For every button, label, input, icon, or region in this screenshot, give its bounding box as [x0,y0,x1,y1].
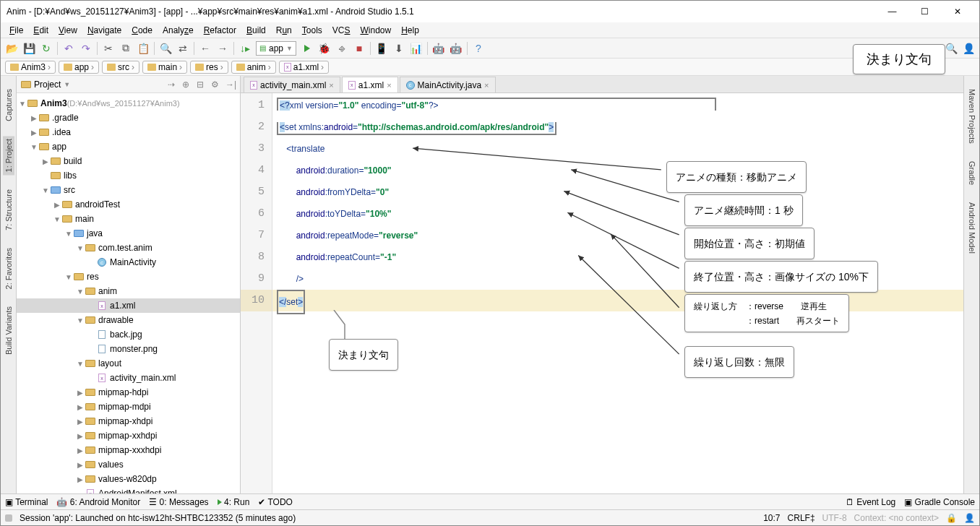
run-icon[interactable] [301,42,314,55]
tree-node[interactable]: ▶.gradle [17,111,240,125]
encoding[interactable]: UTF-8 [822,513,847,523]
tree-node[interactable]: ▼res [17,270,240,284]
line-sep[interactable]: CRLF‡ [788,513,815,523]
lock-icon[interactable]: 🔒 [946,513,957,523]
close-icon[interactable]: × [484,81,489,90]
menu-file[interactable]: File [5,24,27,37]
breadcrumb[interactable]: src› [102,61,139,74]
tree-node[interactable]: cMainActivity [17,255,240,270]
tree-node[interactable]: ▶mipmap-hdpi [17,385,240,400]
project-tree[interactable]: ▼Anim3 (D:¥And¥ws_20151127¥Anim3) ▶.grad… [17,93,240,493]
cut-icon[interactable]: ✂ [102,42,115,55]
menu-edit[interactable]: Edit [29,24,53,37]
tree-node[interactable]: ▶mipmap-xxhdpi [17,428,240,443]
gear-icon[interactable]: ⚙ [211,79,221,90]
cursor-pos[interactable]: 10:7 [763,513,780,523]
tree-node[interactable]: ▶values [17,457,240,472]
tab-gradle[interactable]: Gradle [966,158,978,188]
tree-node-selected[interactable]: xa1.xml [17,298,240,313]
close-icon[interactable]: × [387,81,391,90]
menu-build[interactable]: Build [242,24,270,37]
copy-icon[interactable]: ⧉ [119,42,132,55]
save-icon[interactable]: 💾 [22,42,35,55]
tree-node[interactable]: ▶values-w820dp [17,472,240,486]
collapse-icon[interactable]: ⊟ [197,79,207,90]
android-icon[interactable]: 🤖 [432,42,445,55]
tree-node[interactable]: ▼java [17,226,240,241]
menu-view[interactable]: View [54,24,82,37]
code-editor[interactable]: 12345 678910 <?xml version="1.0" encodin… [241,93,963,493]
android2-icon[interactable]: 🤖 [450,42,463,55]
replace-icon[interactable]: ⇄ [176,42,189,55]
tab-gradle-console[interactable]: ▣ Gradle Console [904,497,975,507]
menu-analyze[interactable]: Analyze [158,24,198,37]
menu-help[interactable]: Help [397,24,424,37]
tree-node[interactable]: ▼Anim3 (D:¥And¥ws_20151127¥Anim3) [17,96,240,111]
sync-icon[interactable]: ↻ [40,42,53,55]
search-everywhere-icon[interactable]: 🔍 [945,42,958,55]
editor-tab[interactable]: xactivity_main.xml× [244,77,340,92]
scroll-from-icon[interactable]: ⇢ [168,79,178,90]
user-icon[interactable]: 👤 [962,42,975,55]
attach-icon[interactable]: ⎆ [335,42,348,55]
tab-structure[interactable]: 7: Structure [3,186,14,233]
run-config-select[interactable]: ▤ app ▼ [256,41,296,56]
editor-tab-active[interactable]: xa1.xml× [342,77,398,92]
redo-icon[interactable]: ↷ [79,42,93,55]
hide-icon[interactable]: →| [225,79,236,90]
breadcrumb[interactable]: main› [142,61,187,74]
tree-node[interactable]: ▼com.test.anim [17,241,240,255]
tree-node[interactable]: xAndroidManifest.xml [17,486,240,493]
back-icon[interactable]: ← [199,42,212,55]
tree-node[interactable]: ▶mipmap-mdpi [17,400,240,414]
menu-run[interactable]: Run [272,24,296,37]
tree-node[interactable]: ▼anim [17,284,240,298]
stop-icon[interactable]: ■ [353,42,366,55]
open-icon[interactable]: 📂 [5,42,18,55]
menu-window[interactable]: Window [356,24,395,37]
tree-node[interactable]: back.jpg [17,327,240,342]
find-icon[interactable]: 🔍 [159,42,172,55]
minimize-button[interactable]: — [876,1,908,22]
tab-maven[interactable]: Maven Projects [966,86,978,147]
tab-terminal[interactable]: ▣ Terminal [5,497,48,507]
tree-node[interactable]: libs [17,168,240,183]
context[interactable]: Context: <no context> [854,513,939,523]
close-button[interactable]: ✕ [941,1,973,22]
scroll-to-icon[interactable]: ⊕ [182,79,192,90]
menu-tools[interactable]: Tools [298,24,327,37]
tree-node[interactable]: monster.png [17,342,240,356]
tab-eventlog[interactable]: 🗒 Event Log [846,497,895,507]
tree-node[interactable]: ▶build [17,154,240,168]
menu-refactor[interactable]: Refactor [199,24,241,37]
tab-captures[interactable]: Captures [3,86,14,124]
breadcrumb[interactable]: app› [59,61,99,74]
close-icon[interactable]: × [329,81,333,90]
breadcrumb[interactable]: Anim3› [5,61,56,74]
tree-node[interactable]: xactivity_main.xml [17,371,240,385]
make-icon[interactable]: ↓▸ [238,42,252,55]
breadcrumb[interactable]: anim› [231,61,276,74]
ddms-icon[interactable]: 📊 [410,42,423,55]
tab-run[interactable]: 4: Run [218,497,250,507]
paste-icon[interactable]: 📋 [137,42,150,55]
hector-icon[interactable]: 👤 [964,513,975,523]
tab-build-variants[interactable]: Build Variants [3,303,14,358]
avd-icon[interactable]: 📱 [375,42,388,55]
tree-node[interactable]: ▼main [17,212,240,226]
menu-navigate[interactable]: Navigate [83,24,126,37]
tab-android-model[interactable]: Android Model [966,199,978,256]
forward-icon[interactable]: → [216,42,229,55]
code-content[interactable]: <?xml version="1.0" encoding="utf-8"?> <… [272,93,963,493]
tab-android-monitor[interactable]: 🤖 6: Android Monitor [56,497,140,507]
breadcrumb[interactable]: res› [190,61,228,74]
tab-project[interactable]: 1: Project [3,136,14,175]
tree-node[interactable]: ▼app [17,139,240,154]
tree-node[interactable]: ▼src [17,183,240,197]
tree-node[interactable]: ▶mipmap-xhdpi [17,414,240,428]
tree-node[interactable]: ▶mipmap-xxxhdpi [17,443,240,457]
help-icon[interactable]: ? [472,42,485,55]
menu-vcs[interactable]: VCS [328,24,355,37]
sdk-icon[interactable]: ⬇ [392,42,405,55]
debug-icon[interactable]: 🐞 [318,42,331,55]
